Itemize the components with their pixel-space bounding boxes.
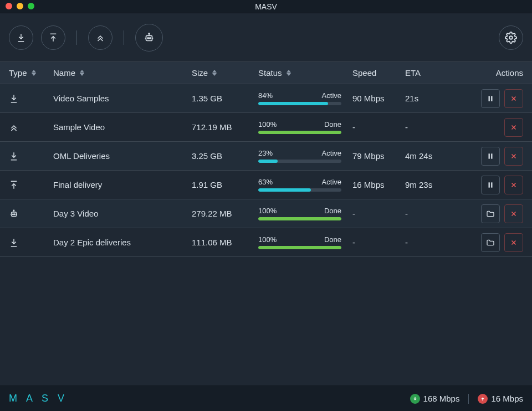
priority-button[interactable] [88, 25, 112, 50]
transfer-percent: 100% [258, 207, 277, 215]
transfer-size: 111.06 MB [192, 238, 258, 247]
transfer-state: Done [324, 120, 341, 129]
open-folder-button[interactable] [481, 233, 500, 252]
sort-icon [287, 70, 291, 76]
cancel-button[interactable] [504, 204, 523, 223]
column-label: Name [53, 68, 75, 78]
table-header: Type Name Size Status Speed ETA Actions [0, 62, 532, 84]
column-header-status[interactable]: Status [258, 68, 352, 78]
brand-logo: M A S V [9, 393, 68, 404]
close-window-button[interactable] [6, 3, 12, 9]
transfer-size: 1.35 GB [192, 94, 258, 103]
svg-point-12 [13, 213, 14, 214]
column-label: Actions [496, 68, 523, 78]
sort-icon [32, 70, 36, 76]
column-header-eta[interactable]: ETA [405, 68, 469, 78]
sort-icon [212, 70, 217, 76]
download-icon [16, 33, 26, 43]
window-controls [6, 3, 34, 9]
transfer-size: 712.19 MB [192, 122, 258, 132]
download-icon [9, 151, 19, 161]
transfer-status: 63%Active [258, 178, 352, 192]
transfer-type [9, 209, 53, 219]
column-label: Type [9, 68, 27, 78]
transfer-actions [469, 147, 523, 166]
downloads-button[interactable] [9, 25, 33, 50]
robot-icon [9, 209, 19, 219]
transfer-name: Sample Video [53, 122, 192, 132]
minimize-window-button[interactable] [17, 3, 23, 9]
transfer-percent: 100% [258, 235, 277, 244]
transfer-status: 100%Done [258, 120, 352, 134]
cancel-button[interactable] [504, 89, 523, 108]
upload-icon [9, 180, 19, 190]
status-bar: M A S V 168 Mbps 16 Mbps [0, 386, 532, 411]
toolbar-divider [124, 30, 124, 45]
transfer-row[interactable]: Day 3 Video279.22 MB100%Done-- [0, 199, 532, 228]
svg-rect-6 [491, 96, 492, 101]
transfer-type [9, 238, 53, 248]
svg-rect-8 [491, 153, 492, 158]
progress-bar [258, 102, 341, 105]
open-folder-button[interactable] [481, 204, 500, 223]
transfer-percent: 84% [258, 91, 273, 100]
transfer-name: Final delivery [53, 180, 192, 189]
download-speed-value: 168 Mbps [423, 394, 460, 403]
transfer-type [9, 94, 53, 104]
upload-speed: 16 Mbps [478, 394, 523, 404]
transfer-row[interactable]: OML Deliveries3.25 GB23%Active79 Mbps4m … [0, 142, 532, 171]
transfer-row[interactable]: Day 2 Epic deliveries111.06 MB100%Done-- [0, 228, 532, 257]
transfer-size: 279.22 MB [192, 209, 258, 218]
svg-point-3 [149, 33, 150, 34]
network-stats: 168 Mbps 16 Mbps [410, 394, 523, 404]
transfer-percent: 100% [258, 120, 277, 129]
pause-button[interactable] [481, 176, 500, 194]
svg-rect-7 [489, 153, 490, 158]
transfer-row[interactable]: Final delivery1.91 GB63%Active16 Mbps9m … [0, 171, 532, 199]
upload-speed-value: 16 Mbps [491, 394, 523, 403]
transfer-name: Day 2 Epic deliveries [53, 238, 192, 247]
transfer-speed: - [352, 238, 405, 247]
settings-button[interactable] [499, 25, 523, 50]
transfer-row[interactable]: Video Samples1.35 GB84%Active90 Mbps21s [0, 84, 532, 113]
transfer-speed: 16 Mbps [352, 180, 405, 189]
toolbar [0, 13, 532, 62]
cancel-button[interactable] [504, 118, 523, 137]
column-header-actions: Actions [469, 68, 523, 78]
column-header-speed[interactable]: Speed [352, 68, 405, 78]
window-titlebar: MASV [0, 0, 532, 13]
window-title: MASV [0, 2, 532, 11]
transfer-speed: 90 Mbps [352, 94, 405, 103]
transfer-actions [469, 233, 523, 252]
column-header-name[interactable]: Name [53, 68, 192, 78]
svg-point-13 [14, 213, 16, 214]
uploads-button[interactable] [41, 25, 65, 50]
zoom-window-button[interactable] [28, 3, 34, 9]
progress-bar [258, 246, 341, 249]
robot-icon [143, 32, 155, 44]
transfer-name: OML Deliveries [53, 151, 192, 161]
download-speed: 168 Mbps [410, 394, 460, 404]
transfer-actions [469, 118, 523, 137]
transfer-actions [469, 204, 523, 223]
pause-button[interactable] [481, 89, 500, 108]
cancel-button[interactable] [504, 147, 523, 166]
progress-bar [258, 160, 341, 163]
column-label: ETA [405, 68, 421, 78]
transfer-type [9, 151, 53, 161]
automation-button[interactable] [135, 24, 163, 52]
column-header-size[interactable]: Size [192, 68, 258, 78]
column-label: Status [258, 68, 282, 78]
transfer-list: Video Samples1.35 GB84%Active90 Mbps21sS… [0, 84, 532, 386]
cancel-button[interactable] [504, 233, 523, 252]
transfer-row[interactable]: Sample Video712.19 MB100%Done-- [0, 113, 532, 142]
transfer-status: 100%Done [258, 235, 352, 249]
cancel-button[interactable] [504, 176, 523, 194]
transfer-actions [469, 89, 523, 108]
transfer-name: Video Samples [53, 94, 192, 103]
progress-bar [258, 131, 341, 134]
column-header-type[interactable]: Type [9, 68, 53, 78]
transfer-state: Active [322, 178, 341, 186]
transfer-state: Done [324, 207, 341, 215]
pause-button[interactable] [481, 147, 500, 166]
